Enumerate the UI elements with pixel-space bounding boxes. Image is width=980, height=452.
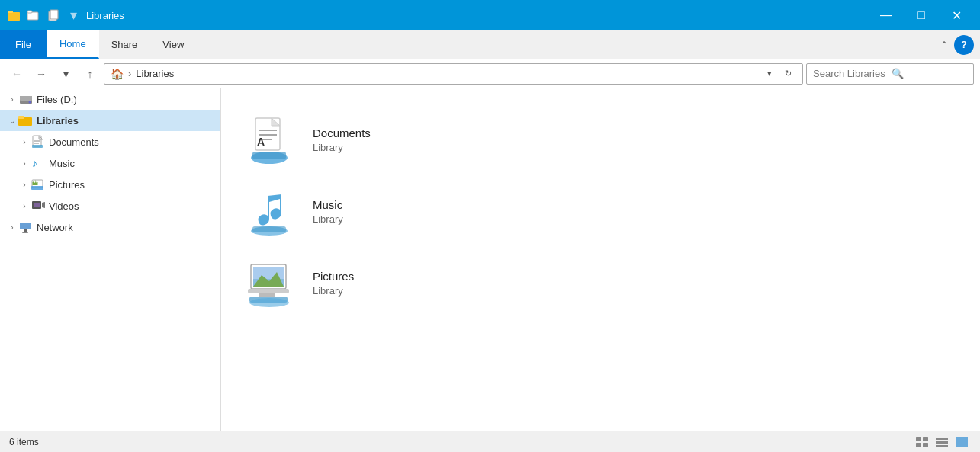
path-text: Libraries xyxy=(136,68,174,79)
chevron-documents: › xyxy=(18,138,31,146)
content-area: A Documents Library xyxy=(221,88,980,431)
ribbon-collapse[interactable]: ⌃ xyxy=(937,37,951,53)
address-dropdown[interactable]: ▾ xyxy=(761,66,778,82)
libraries-folder-icon xyxy=(18,113,34,128)
drive-icon xyxy=(18,91,34,107)
svg-rect-4 xyxy=(27,11,32,13)
title-bar: ▾ Libraries — □ ✕ xyxy=(0,0,980,30)
address-bar[interactable]: 🏠 › Libraries ▾ ↻ xyxy=(104,63,803,85)
back-button[interactable]: ← xyxy=(6,63,27,85)
library-item-pictures[interactable]: Pictures Library xyxy=(244,247,957,319)
svg-rect-42 xyxy=(259,293,275,297)
chevron-network: › xyxy=(6,223,18,232)
search-placeholder: Search Libraries xyxy=(813,68,888,79)
network-icon xyxy=(18,220,34,235)
recent-locations-button[interactable]: ▾ xyxy=(55,63,76,85)
svg-rect-6 xyxy=(50,10,58,19)
search-box[interactable]: Search Libraries 🔍 xyxy=(806,63,974,85)
music-info: Music Library xyxy=(313,198,343,225)
addressbar-row: ← → ▾ ↑ 🏠 › Libraries ▾ ↻ Search Librari… xyxy=(0,59,980,88)
svg-rect-49 xyxy=(936,438,948,440)
copy-icon[interactable] xyxy=(46,8,61,23)
svg-rect-46 xyxy=(923,437,928,441)
status-bar: 6 items xyxy=(0,431,980,452)
tiles-view-button[interactable] xyxy=(953,434,971,450)
svg-rect-48 xyxy=(923,443,928,447)
documents-library-icon: A xyxy=(244,113,297,166)
svg-point-44 xyxy=(249,298,289,307)
svg-rect-24 xyxy=(20,223,31,229)
search-icon: 🔍 xyxy=(892,68,967,79)
sidebar-item-libraries[interactable]: ⌄ Libraries xyxy=(0,110,220,131)
svg-rect-45 xyxy=(916,437,921,441)
svg-rect-26 xyxy=(22,232,28,233)
pictures-info: Pictures Library xyxy=(313,270,354,297)
sidebar-item-network[interactable]: › Network xyxy=(0,216,220,238)
svg-rect-1 xyxy=(8,12,20,21)
pictures-type: Library xyxy=(313,285,354,297)
maximize-button[interactable]: □ xyxy=(904,0,939,30)
chevron-files-d: › xyxy=(6,95,18,104)
svg-point-9 xyxy=(29,101,31,104)
forward-button[interactable]: → xyxy=(31,63,52,85)
large-icons-view-button[interactable] xyxy=(933,434,951,450)
svg-rect-8 xyxy=(20,96,32,101)
svg-marker-22 xyxy=(42,202,45,208)
view-buttons xyxy=(913,434,971,450)
details-view-button[interactable] xyxy=(913,434,931,450)
files-d-label: Files (D:) xyxy=(37,94,77,105)
svg-rect-47 xyxy=(916,443,921,447)
pictures-icon: 🏔 xyxy=(31,177,46,192)
svg-rect-51 xyxy=(936,445,948,447)
help-button[interactable]: ? xyxy=(954,35,974,55)
svg-text:🏔: 🏔 xyxy=(32,180,38,187)
new-folder-icon[interactable] xyxy=(26,8,41,23)
svg-rect-23 xyxy=(34,203,40,207)
music-type: Library xyxy=(313,213,343,225)
sidebar-item-videos[interactable]: › Videos xyxy=(0,195,220,216)
ribbon-right: ⌃ ? xyxy=(937,30,980,59)
item-count: 6 items xyxy=(9,437,39,447)
svg-rect-16 xyxy=(32,145,43,148)
svg-rect-2 xyxy=(8,11,13,13)
documents-label: Documents xyxy=(49,136,99,148)
window-title: Libraries xyxy=(86,10,124,21)
close-button[interactable]: ✕ xyxy=(939,0,974,30)
tab-home[interactable]: Home xyxy=(47,30,99,59)
svg-rect-50 xyxy=(936,441,948,444)
quick-access-icons: ▾ xyxy=(6,7,82,24)
folder-icon[interactable] xyxy=(6,8,21,23)
svg-rect-25 xyxy=(24,229,27,232)
tab-view[interactable]: View xyxy=(150,30,197,59)
window-controls: — □ ✕ xyxy=(869,0,974,30)
chevron-videos: › xyxy=(18,202,31,210)
address-refresh[interactable]: ↻ xyxy=(779,66,796,82)
tab-share[interactable]: Share xyxy=(99,30,151,59)
pictures-library-icon xyxy=(244,256,297,309)
sidebar-item-music[interactable]: › ♪ Music xyxy=(0,152,220,174)
path-separator: › xyxy=(128,68,131,79)
minimize-button[interactable]: — xyxy=(869,0,904,30)
library-item-music[interactable]: Music Library xyxy=(244,175,957,247)
home-icon: 🏠 xyxy=(111,68,124,80)
sidebar-item-pictures[interactable]: › 🏔 Pictures xyxy=(0,174,220,195)
svg-rect-36 xyxy=(252,226,286,232)
documents-type: Library xyxy=(313,142,371,153)
sidebar-item-files-d[interactable]: › Files (D:) xyxy=(0,88,220,110)
up-button[interactable]: ↑ xyxy=(79,63,101,85)
music-icon: ♪ xyxy=(31,155,46,171)
music-library-icon xyxy=(244,184,297,238)
svg-rect-34 xyxy=(252,152,286,159)
separator: ▾ xyxy=(70,7,77,24)
sidebar-item-documents[interactable]: › Documents xyxy=(0,131,220,152)
music-label: Music xyxy=(49,158,75,169)
chevron-pictures: › xyxy=(18,181,31,189)
music-name: Music xyxy=(313,198,343,211)
tab-file[interactable]: File xyxy=(0,30,47,59)
chevron-libraries: ⌄ xyxy=(6,117,18,125)
videos-icon xyxy=(31,198,46,213)
library-item-documents[interactable]: A Documents Library xyxy=(244,104,957,175)
svg-rect-41 xyxy=(248,289,289,293)
svg-text:A: A xyxy=(257,136,265,148)
chevron-music: › xyxy=(18,159,31,168)
